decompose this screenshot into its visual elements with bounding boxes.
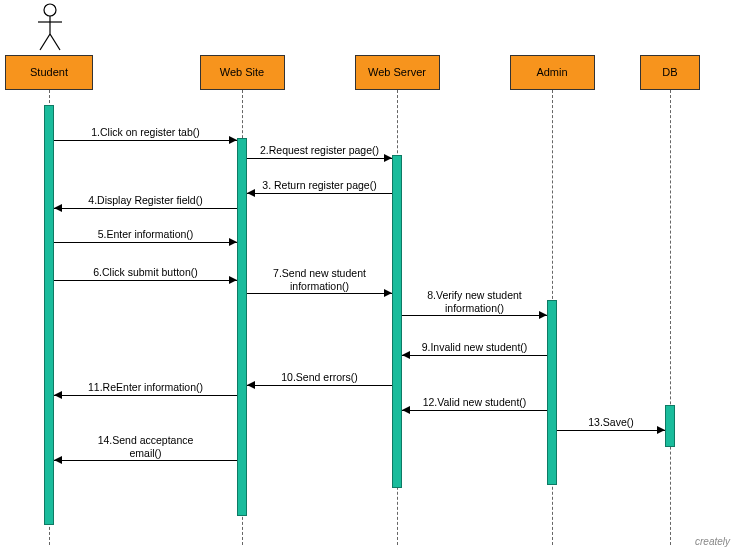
- message-label: 9.Invalid new student(): [402, 341, 547, 354]
- message-arrow: [247, 193, 392, 194]
- message-arrow: [247, 385, 392, 386]
- message-label: 8.Verify new student information(): [402, 289, 547, 315]
- message-arrow: [402, 410, 547, 411]
- actor-stick-figure: [35, 2, 65, 52]
- message-label: 1.Click on register tab(): [54, 126, 237, 139]
- participant-label: Web Site: [220, 66, 264, 79]
- message-label: 2.Request register page(): [247, 144, 392, 157]
- participant-label: Admin: [536, 66, 567, 79]
- message-label: 4.Display Register field(): [54, 194, 237, 207]
- svg-line-3: [40, 34, 50, 50]
- message-label: 13.Save(): [557, 416, 665, 429]
- message-label: 7.Send new student information(): [247, 267, 392, 293]
- participant-website: Web Site: [200, 55, 285, 90]
- participant-webserver: Web Server: [355, 55, 440, 90]
- participant-student: Student: [5, 55, 93, 90]
- participant-label: DB: [662, 66, 677, 79]
- participant-label: Student: [30, 66, 68, 79]
- message-arrow: [54, 208, 237, 209]
- svg-line-4: [50, 34, 60, 50]
- activation-website: [237, 138, 247, 516]
- participant-admin: Admin: [510, 55, 595, 90]
- participant-db: DB: [640, 55, 700, 90]
- participant-label: Web Server: [368, 66, 426, 79]
- svg-point-0: [44, 4, 56, 16]
- message-arrow: [557, 430, 665, 431]
- activation-webserver: [392, 155, 402, 488]
- message-arrow: [54, 395, 237, 396]
- activation-student: [44, 105, 54, 525]
- message-label: 5.Enter information(): [54, 228, 237, 241]
- message-label: 6.Click submit button(): [54, 266, 237, 279]
- activation-db: [665, 405, 675, 447]
- message-arrow: [54, 280, 237, 281]
- message-arrow: [402, 355, 547, 356]
- message-arrow: [54, 140, 237, 141]
- lifeline-db: [670, 90, 671, 545]
- message-label: 12.Valid new student(): [402, 396, 547, 409]
- message-label: 14.Send acceptance email(): [54, 434, 237, 460]
- message-arrow: [247, 158, 392, 159]
- message-arrow: [54, 242, 237, 243]
- message-label: 3. Return register page(): [247, 179, 392, 192]
- activation-admin: [547, 300, 557, 485]
- message-label: 11.ReEnter information(): [54, 381, 237, 394]
- watermark: creately: [695, 536, 730, 547]
- message-label: 10.Send errors(): [247, 371, 392, 384]
